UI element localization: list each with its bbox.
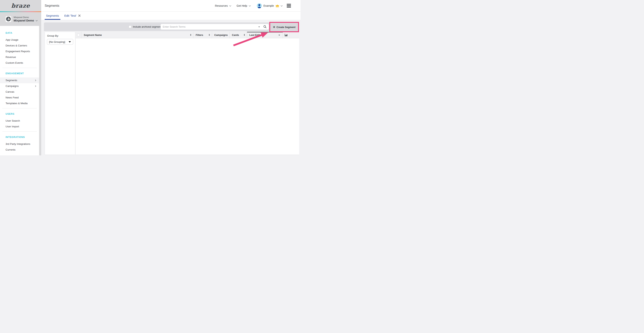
sidebar-item-revenue[interactable]: Revenue bbox=[0, 54, 39, 60]
chevron-right-icon bbox=[34, 85, 36, 87]
workspace-switcher[interactable]: b Mixpanel Demo Mixpanel Demo bbox=[0, 12, 41, 26]
sidebar-item-canvas[interactable]: Canvas bbox=[0, 89, 39, 95]
header-checkbox-cell bbox=[76, 32, 82, 38]
chevron-right-icon bbox=[34, 80, 36, 81]
segments-toolbar: Include archived segments bbox=[44, 23, 298, 31]
sort-desc-icon[interactable] bbox=[278, 35, 280, 36]
tab-edit-test[interactable]: Edit 'Test' bbox=[63, 12, 82, 20]
sidebar-scrollbar[interactable] bbox=[39, 26, 41, 155]
sidebar-item-app-usage[interactable]: App Usage bbox=[0, 37, 39, 43]
top-bar: Segments Resources Get Help Example bbox=[41, 0, 300, 12]
braze-logo: braze bbox=[11, 2, 30, 9]
dropdown-triangle-icon bbox=[68, 41, 71, 43]
page-title: Segments bbox=[45, 4, 60, 8]
sidebar-section-engagement: ENGAGEMENT bbox=[0, 72, 39, 75]
sort-icon[interactable] bbox=[209, 34, 210, 36]
close-icon[interactable] bbox=[78, 15, 80, 17]
sort-icon[interactable] bbox=[244, 34, 245, 36]
sidebar-item-3rd-party-integrations[interactable]: 3rd Party Integrations bbox=[0, 141, 39, 147]
sidebar-item-user-import[interactable]: User Import bbox=[0, 124, 39, 130]
get-help-menu[interactable]: Get Help bbox=[236, 4, 250, 7]
sidebar: braze b Mixpanel Demo Mixpanel Demo DATA… bbox=[0, 0, 41, 155]
group-by-value: [No Grouping] bbox=[47, 41, 65, 43]
sidebar-item-segments[interactable]: Segments bbox=[0, 78, 39, 83]
bar-chart-icon bbox=[284, 34, 288, 37]
workspace-type: Mixpanel Demo bbox=[14, 16, 37, 19]
resources-menu[interactable]: Resources bbox=[215, 4, 231, 7]
column-spacer bbox=[289, 32, 299, 38]
sidebar-item-templates-media[interactable]: Templates & Media bbox=[0, 101, 39, 106]
column-campaigns[interactable]: Campaigns bbox=[212, 32, 230, 38]
tab-segments[interactable]: Segments bbox=[45, 12, 60, 20]
sidebar-section-users: USERS bbox=[0, 113, 39, 116]
crown-icon bbox=[276, 4, 279, 7]
user-name: Example bbox=[264, 4, 274, 7]
sidebar-item-currents[interactable]: Currents bbox=[0, 147, 39, 153]
braze-dashboard: braze b Mixpanel Demo Mixpanel Demo DATA… bbox=[0, 0, 300, 155]
main-area: Segments Resources Get Help Example bbox=[41, 0, 300, 155]
segments-table: Segment Name Filters Campaigns Cards Las… bbox=[76, 32, 299, 155]
sidebar-item-user-search[interactable]: User Search bbox=[0, 118, 39, 124]
avatar[interactable] bbox=[257, 3, 262, 8]
search-dropdown-caret-icon[interactable] bbox=[258, 27, 260, 28]
chevron-down-icon bbox=[249, 5, 251, 7]
column-analytics[interactable] bbox=[283, 32, 289, 38]
sidebar-logo-area: braze bbox=[0, 0, 41, 11]
group-by-panel: Group By: [No Grouping] bbox=[45, 32, 75, 155]
group-by-label: Group By: bbox=[47, 34, 75, 37]
workspace-name: Mixpanel Demo bbox=[14, 19, 34, 22]
sidebar-section-integrations: INTEGRATIONS bbox=[0, 136, 39, 139]
search-box bbox=[160, 24, 269, 30]
search-icon[interactable] bbox=[263, 25, 266, 29]
chevron-down-icon[interactable] bbox=[280, 5, 282, 7]
column-cards[interactable]: Cards bbox=[230, 32, 247, 38]
sidebar-item-engagement-reports[interactable]: Engagement Reports bbox=[0, 49, 39, 54]
sidebar-section-data: DATA bbox=[0, 32, 39, 35]
sidebar-item-custom-events[interactable]: Custom Events bbox=[0, 60, 39, 66]
column-filters[interactable]: Filters bbox=[194, 32, 212, 38]
workspace-icon: b bbox=[6, 16, 11, 22]
sidebar-item-news-feed[interactable]: News Feed bbox=[0, 95, 39, 101]
sidebar-item-campaigns[interactable]: Campaigns bbox=[0, 83, 39, 89]
include-archived-checkbox[interactable] bbox=[129, 26, 131, 28]
tab-bar: Segments Edit 'Test' bbox=[41, 12, 300, 20]
select-all-checkbox[interactable] bbox=[77, 34, 80, 36]
group-by-select[interactable]: [No Grouping] bbox=[47, 39, 73, 45]
column-segment-name[interactable]: Segment Name bbox=[82, 32, 194, 38]
sidebar-nav: DATA App Usage Devices & Carriers Engage… bbox=[0, 26, 39, 153]
sidebar-item-devices-carriers[interactable]: Devices & Carriers bbox=[0, 43, 39, 49]
plus-icon bbox=[273, 26, 275, 28]
create-segment-button[interactable]: Create Segment bbox=[270, 23, 298, 31]
table-header-row: Segment Name Filters Campaigns Cards Las… bbox=[76, 32, 299, 38]
chevron-down-icon bbox=[230, 5, 231, 7]
column-last-edited[interactable]: Last Edited bbox=[247, 32, 283, 38]
include-archived-label: Include archived segments bbox=[133, 23, 162, 31]
hamburger-menu-icon[interactable] bbox=[287, 4, 291, 8]
sort-icon[interactable] bbox=[190, 34, 191, 36]
annotation-highlight-box: Create Segment bbox=[269, 22, 299, 32]
search-input[interactable] bbox=[160, 24, 254, 30]
workspace-monogram-icon: b bbox=[6, 17, 11, 21]
chevron-down-icon bbox=[36, 19, 38, 21]
